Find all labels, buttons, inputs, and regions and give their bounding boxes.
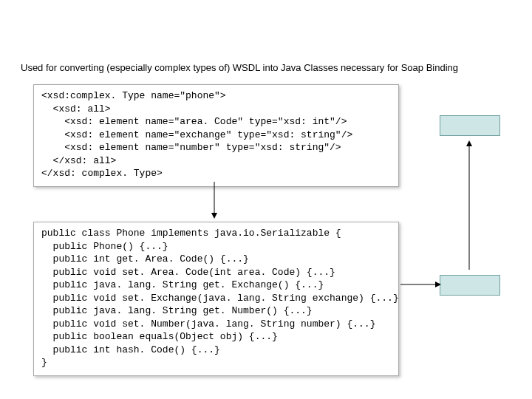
arrow-right-icon bbox=[400, 279, 441, 290]
xsd-code-box: <xsd:complex. Type name="phone"> <xsd: a… bbox=[33, 84, 399, 187]
svg-marker-3 bbox=[466, 140, 472, 146]
arrow-up-icon bbox=[462, 140, 477, 270]
arrow-down-icon bbox=[207, 182, 222, 219]
side-box-bottom bbox=[440, 275, 500, 296]
java-code: public class Phone implements java.io.Se… bbox=[41, 227, 391, 369]
side-box-top bbox=[440, 115, 500, 136]
xsd-code: <xsd:complex. Type name="phone"> <xsd: a… bbox=[41, 89, 391, 180]
java-code-box: public class Phone implements java.io.Se… bbox=[33, 222, 399, 376]
svg-marker-1 bbox=[211, 213, 217, 219]
description-text: Used for converting (especially complex … bbox=[21, 62, 458, 73]
